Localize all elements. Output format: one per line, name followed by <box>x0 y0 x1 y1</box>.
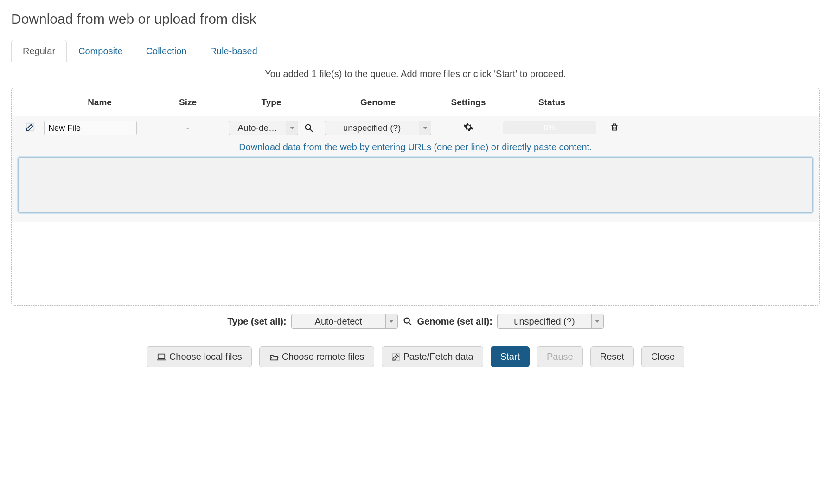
type-set-all-select[interactable]: Auto-detect <box>291 314 398 329</box>
col-status: Status <box>503 97 601 108</box>
genome-set-all-label: Genome (set all): <box>417 316 492 327</box>
search-icon[interactable] <box>304 123 314 133</box>
table-row: - Auto-de… unspecified (?) 0% <box>12 116 819 135</box>
page-title: Download from web or upload from disk <box>11 11 820 27</box>
col-genome: Genome <box>322 97 434 108</box>
close-button[interactable]: Close <box>641 346 684 367</box>
progress-bar: 0% <box>503 121 596 134</box>
svg-point-5 <box>404 318 409 323</box>
tab-rule-based[interactable]: Rule-based <box>198 40 268 62</box>
genome-select-label: unspecified (?) <box>325 123 419 133</box>
paste-section: Download data from the web by entering U… <box>12 135 819 222</box>
edit-icon <box>391 352 401 362</box>
paste-fetch-label: Paste/Fetch data <box>403 351 473 362</box>
svg-rect-8 <box>392 353 399 360</box>
tabs: Regular Composite Collection Rule-based <box>11 40 820 62</box>
laptop-icon <box>156 353 166 361</box>
chevron-down-icon <box>385 314 397 328</box>
paste-fetch-button[interactable]: Paste/Fetch data <box>382 346 483 367</box>
genome-set-all-value: unspecified (?) <box>498 316 591 327</box>
tab-composite[interactable]: Composite <box>67 40 134 62</box>
col-settings: Settings <box>434 97 503 108</box>
reset-button[interactable]: Reset <box>590 346 634 367</box>
type-set-all-value: Auto-detect <box>292 316 385 327</box>
svg-point-1 <box>306 125 311 130</box>
size-value: - <box>155 123 220 133</box>
col-size: Size <box>155 97 220 108</box>
choose-remote-button[interactable]: Choose remote files <box>259 346 374 367</box>
upload-drop-area[interactable]: Name Size Type Genome Settings Status - … <box>11 88 820 306</box>
table-header: Name Size Type Genome Settings Status <box>12 88 819 116</box>
choose-remote-label: Choose remote files <box>282 351 364 362</box>
type-set-all-label: Type (set all): <box>227 316 286 327</box>
type-select-label: Auto-de… <box>229 123 286 133</box>
edit-icon[interactable] <box>25 122 35 132</box>
footer-buttons: Choose local files Choose remote files P… <box>11 333 820 371</box>
col-name: Name <box>44 97 155 108</box>
genome-select[interactable]: unspecified (?) <box>325 121 431 135</box>
paste-textarea[interactable] <box>18 157 813 213</box>
pause-button[interactable]: Pause <box>537 346 583 367</box>
chevron-down-icon <box>419 121 431 135</box>
type-select[interactable]: Auto-de… <box>229 121 298 135</box>
name-input[interactable] <box>44 121 137 135</box>
gear-icon[interactable] <box>463 122 473 132</box>
chevron-down-icon <box>286 121 298 135</box>
chevron-down-icon <box>591 314 603 328</box>
queue-message: You added 1 file(s) to the queue. Add mo… <box>11 62 820 88</box>
svg-line-2 <box>310 129 313 132</box>
tab-collection[interactable]: Collection <box>134 40 198 62</box>
folder-open-icon <box>269 353 279 361</box>
col-type: Type <box>220 97 322 108</box>
svg-line-6 <box>409 323 411 325</box>
trash-icon[interactable] <box>610 122 619 132</box>
tab-regular[interactable]: Regular <box>11 40 67 62</box>
svg-rect-0 <box>26 123 34 131</box>
start-button[interactable]: Start <box>491 346 530 367</box>
paste-hint: Download data from the web by entering U… <box>18 138 813 157</box>
set-all-row: Type (set all): Auto-detect Genome (set … <box>11 306 820 333</box>
choose-local-label: Choose local files <box>169 351 242 362</box>
choose-local-button[interactable]: Choose local files <box>147 346 252 367</box>
svg-rect-7 <box>158 354 165 358</box>
genome-set-all-select[interactable]: unspecified (?) <box>497 314 604 329</box>
search-icon[interactable] <box>403 316 413 326</box>
